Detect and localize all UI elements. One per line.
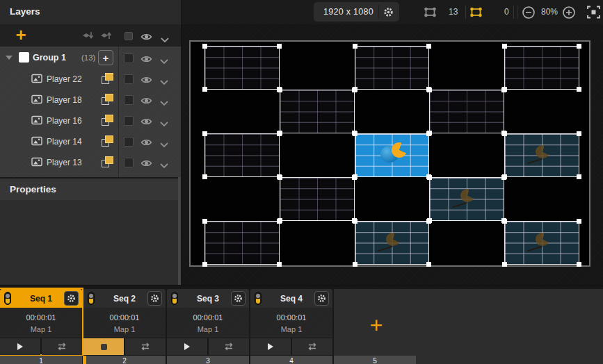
- zoom-out-icon[interactable]: [522, 6, 536, 22]
- sequence-body[interactable]: 00:00:01Map 1: [250, 308, 332, 338]
- quad-corner-handle[interactable]: [202, 44, 207, 49]
- play-stop-button[interactable]: [250, 338, 291, 355]
- play-stop-button[interactable]: [83, 338, 124, 355]
- quad-corner-handle[interactable]: [202, 219, 207, 224]
- sequence-header[interactable]: Seq 2: [83, 289, 166, 308]
- quad-corner-handle[interactable]: [353, 219, 357, 224]
- quad-corner-handle[interactable]: [426, 219, 431, 224]
- send-backward-icon[interactable]: [82, 31, 95, 43]
- player-state-box[interactable]: [124, 116, 134, 126]
- sequence-body[interactable]: 00:00:01Map 1: [83, 308, 166, 338]
- sequence-settings-gear-icon[interactable]: [147, 291, 162, 306]
- layer-player-row[interactable]: Player 22: [0, 68, 181, 89]
- mapping-quad-r1c3[interactable]: [355, 46, 430, 90]
- quad-corner-handle[interactable]: [577, 44, 581, 49]
- mapping-quad-r3c3[interactable]: [355, 133, 430, 177]
- play-stop-button[interactable]: [0, 338, 40, 355]
- sequence-header[interactable]: Seq 3: [167, 289, 249, 308]
- player-chevron-icon[interactable]: [160, 117, 168, 130]
- quad-corner-handle[interactable]: [427, 88, 432, 92]
- timeline-segment[interactable]: 3: [167, 356, 249, 364]
- sequence-header[interactable]: Seq 4: [250, 289, 332, 308]
- quad-corner-handle[interactable]: [353, 262, 357, 267]
- quad-corner-handle[interactable]: [202, 87, 207, 92]
- quad-corner-handle[interactable]: [577, 87, 581, 92]
- sequence-card[interactable]: Seq 400:00:01Map 1: [250, 289, 332, 354]
- quad-corner-handle[interactable]: [277, 262, 282, 267]
- loop-button[interactable]: [209, 338, 249, 355]
- mapping-quad-r5c1[interactable]: [204, 221, 280, 265]
- quad-corner-handle[interactable]: [277, 219, 282, 224]
- player-state-box[interactable]: [124, 74, 134, 84]
- sequence-body[interactable]: 00:00:01Map 1: [0, 308, 82, 338]
- visibility-eye-icon[interactable]: [140, 31, 152, 44]
- player-state-box[interactable]: [124, 137, 134, 147]
- layer-player-row[interactable]: Player 13: [0, 151, 181, 172]
- group-chevron-icon[interactable]: [160, 55, 168, 67]
- mapping-quad-r4c4[interactable]: [429, 177, 504, 221]
- layer-group-row[interactable]: Group 1 (13) +: [0, 47, 181, 68]
- mapping-quad-r3c1[interactable]: [204, 133, 280, 177]
- layer-player-row[interactable]: Player 16: [0, 110, 181, 131]
- sequence-card[interactable]: Seq 300:00:01Map 1: [167, 289, 249, 354]
- layer-player-row[interactable]: Player 14: [0, 131, 181, 151]
- quad-corner-handle[interactable]: [202, 131, 207, 136]
- mapping-quad-r3c5[interactable]: [504, 133, 579, 177]
- sequence-settings-gear-icon[interactable]: [314, 291, 329, 306]
- mapping-quad-r2c4[interactable]: [429, 90, 504, 133]
- player-eye-icon[interactable]: [140, 95, 152, 108]
- quad-corner-handle[interactable]: [352, 175, 357, 180]
- duplicate-icon[interactable]: [102, 156, 113, 167]
- quad-corner-handle[interactable]: [502, 219, 507, 224]
- duplicate-icon[interactable]: [102, 94, 113, 105]
- sequence-card[interactable]: Seq 200:00:01Map 1: [83, 289, 166, 354]
- loop-button[interactable]: [42, 338, 82, 355]
- sequence-settings-gear-icon[interactable]: [231, 291, 246, 306]
- group-add-button[interactable]: +: [98, 50, 113, 65]
- sequence-settings-gear-icon[interactable]: [64, 291, 79, 306]
- mapping-quad-r5c3[interactable]: [355, 221, 430, 265]
- quad-corner-handle[interactable]: [277, 131, 282, 136]
- player-state-box[interactable]: [124, 158, 134, 167]
- fit-to-screen-icon[interactable]: [587, 6, 600, 22]
- quad-corner-handle[interactable]: [502, 44, 507, 49]
- quad-corner-handle[interactable]: [502, 262, 507, 267]
- player-eye-icon[interactable]: [140, 74, 152, 87]
- quad-corner-handle[interactable]: [501, 88, 506, 92]
- add-sequence-button[interactable]: +: [364, 315, 388, 337]
- quad-corner-handle[interactable]: [353, 44, 357, 49]
- player-state-box[interactable]: [124, 95, 134, 105]
- quad-corner-handle[interactable]: [577, 262, 581, 267]
- group-state-box[interactable]: [124, 53, 134, 63]
- duplicate-icon[interactable]: [102, 115, 113, 126]
- quad-corner-handle[interactable]: [202, 174, 207, 179]
- loop-button[interactable]: [125, 338, 166, 355]
- quad-corner-handle[interactable]: [353, 131, 357, 136]
- play-stop-button[interactable]: [167, 338, 207, 355]
- group-eye-icon[interactable]: [140, 53, 152, 66]
- timeline-segment[interactable]: 1: [0, 356, 82, 364]
- mapping-quad-r4c2[interactable]: [280, 177, 355, 221]
- quad-corner-handle[interactable]: [427, 175, 432, 180]
- player-eye-icon[interactable]: [140, 137, 152, 149]
- group-expander-icon[interactable]: [6, 56, 13, 60]
- mapping-quad-r5c5[interactable]: [504, 221, 579, 265]
- loop-button[interactable]: [292, 338, 332, 355]
- mapping-quad-r1c1[interactable]: [204, 46, 280, 90]
- player-eye-icon[interactable]: [140, 116, 152, 129]
- quad-corner-handle[interactable]: [577, 131, 581, 136]
- sequence-header[interactable]: Seq 1: [0, 289, 82, 308]
- player-chevron-icon[interactable]: [160, 76, 168, 88]
- timeline-segment[interactable]: 2: [83, 356, 166, 364]
- chevron-down-icon[interactable]: [161, 33, 169, 46]
- quad-corner-handle[interactable]: [577, 174, 581, 179]
- sequence-body[interactable]: 00:00:01Map 1: [167, 308, 249, 338]
- timeline-playhead[interactable]: [83, 356, 86, 364]
- duplicate-icon[interactable]: [102, 73, 113, 84]
- zoom-in-icon[interactable]: [562, 6, 576, 22]
- timeline-segment[interactable]: 4: [250, 356, 332, 364]
- output-resolution-control[interactable]: 1920 x 1080: [314, 2, 399, 22]
- quad-corner-handle[interactable]: [426, 44, 431, 49]
- duplicate-icon[interactable]: [102, 135, 113, 147]
- bring-forward-icon[interactable]: [100, 31, 113, 43]
